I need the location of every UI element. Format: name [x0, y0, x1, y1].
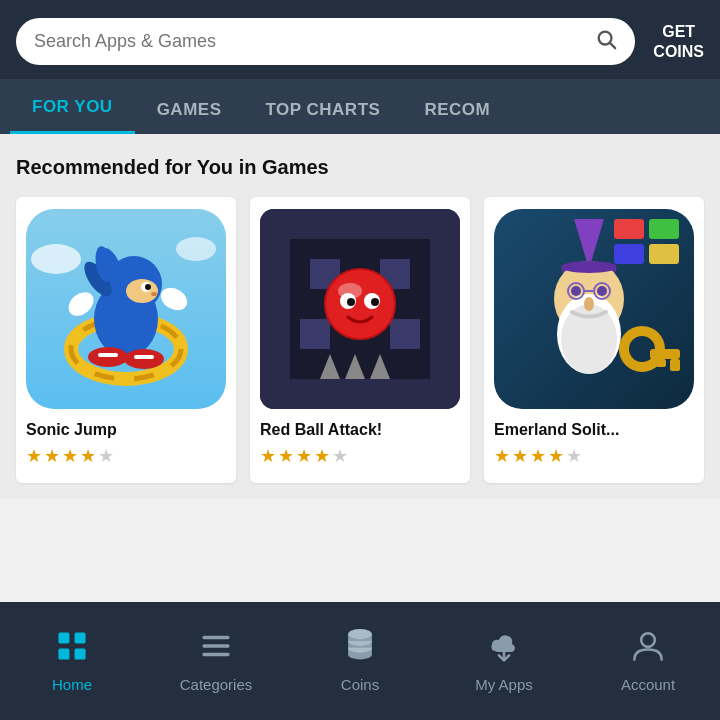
svg-point-4: [176, 237, 216, 261]
svg-rect-66: [75, 649, 86, 660]
bottom-nav-account[interactable]: Account: [576, 602, 720, 720]
star-4: ★: [80, 445, 96, 467]
star-2: ★: [44, 445, 60, 467]
svg-point-76: [348, 629, 372, 639]
svg-rect-31: [390, 319, 420, 349]
search-bar[interactable]: [16, 18, 635, 65]
star-4: ★: [314, 445, 330, 467]
svg-rect-26: [430, 209, 460, 409]
get-coins-button[interactable]: GET COINS: [653, 22, 704, 60]
bottom-nav: Home Categories Coins: [0, 602, 720, 720]
svg-rect-69: [202, 653, 229, 656]
svg-rect-64: [75, 632, 86, 643]
home-icon: [55, 629, 89, 670]
svg-rect-60: [650, 349, 680, 359]
svg-rect-67: [202, 636, 229, 639]
coins-label: Coins: [341, 676, 379, 693]
svg-rect-45: [614, 244, 644, 264]
svg-point-11: [145, 284, 151, 290]
svg-rect-30: [300, 319, 330, 349]
svg-rect-65: [58, 649, 69, 660]
bottom-nav-myapps[interactable]: My Apps: [432, 602, 576, 720]
svg-point-58: [561, 261, 617, 273]
stars-redball: ★ ★ ★ ★ ★: [260, 445, 348, 467]
nav-tabs: FOR YOU GAMES TOP CHARTS RECOM: [0, 79, 720, 134]
account-label: Account: [621, 676, 675, 693]
star-2: ★: [278, 445, 294, 467]
star-5: ★: [98, 445, 114, 467]
myapps-icon: [487, 629, 521, 670]
svg-line-1: [610, 43, 615, 48]
search-icon: [595, 28, 617, 55]
app-icon-emerland: [494, 209, 694, 409]
star-5: ★: [566, 445, 582, 467]
app-name-emerland: Emerland Solit...: [494, 421, 619, 439]
svg-point-40: [347, 298, 355, 306]
svg-point-9: [126, 279, 158, 303]
apps-row: Sonic Jump ★ ★ ★ ★ ★: [16, 197, 704, 483]
star-1: ★: [26, 445, 42, 467]
section-title: Recommended for You in Games: [16, 156, 704, 179]
tab-games[interactable]: GAMES: [135, 82, 244, 134]
star-3: ★: [530, 445, 546, 467]
svg-point-78: [641, 633, 655, 647]
account-icon: [631, 629, 665, 670]
svg-rect-43: [614, 219, 644, 239]
svg-point-3: [31, 244, 81, 274]
svg-point-12: [151, 292, 157, 296]
svg-rect-63: [58, 632, 69, 643]
svg-point-53: [597, 286, 607, 296]
app-name-redball: Red Ball Attack!: [260, 421, 382, 439]
svg-rect-21: [134, 355, 154, 359]
svg-rect-62: [656, 359, 666, 367]
svg-rect-44: [649, 219, 679, 239]
app-card-redball[interactable]: Red Ball Attack! ★ ★ ★ ★ ★: [250, 197, 470, 483]
star-4: ★: [548, 445, 564, 467]
myapps-label: My Apps: [475, 676, 533, 693]
app-name-sonic: Sonic Jump: [26, 421, 117, 439]
star-3: ★: [296, 445, 312, 467]
svg-rect-20: [98, 353, 118, 357]
bottom-nav-home[interactable]: Home: [0, 602, 144, 720]
star-1: ★: [260, 445, 276, 467]
svg-rect-61: [670, 359, 680, 371]
tab-top-charts[interactable]: TOP CHARTS: [243, 82, 402, 134]
svg-point-52: [571, 286, 581, 296]
app-icon-redball: [260, 209, 460, 409]
tab-recom[interactable]: RECOM: [402, 82, 512, 134]
svg-rect-25: [260, 209, 290, 409]
bottom-nav-coins[interactable]: Coins: [288, 602, 432, 720]
star-3: ★: [62, 445, 78, 467]
app-icon-sonic: [26, 209, 226, 409]
svg-point-41: [371, 298, 379, 306]
stars-sonic: ★ ★ ★ ★ ★: [26, 445, 114, 467]
app-card-sonic[interactable]: Sonic Jump ★ ★ ★ ★ ★: [16, 197, 236, 483]
bottom-nav-categories[interactable]: Categories: [144, 602, 288, 720]
coins-icon: [343, 629, 377, 670]
search-input[interactable]: [34, 31, 595, 52]
home-label: Home: [52, 676, 92, 693]
stars-emerland: ★ ★ ★ ★ ★: [494, 445, 582, 467]
tab-for-you[interactable]: FOR YOU: [10, 79, 135, 134]
svg-rect-68: [202, 644, 229, 647]
star-2: ★: [512, 445, 528, 467]
svg-rect-46: [649, 244, 679, 264]
categories-icon: [199, 629, 233, 670]
app-card-emerland[interactable]: Emerland Solit... ★ ★ ★ ★ ★: [484, 197, 704, 483]
header: GET COINS: [0, 0, 720, 79]
categories-label: Categories: [180, 676, 253, 693]
star-5: ★: [332, 445, 348, 467]
svg-point-57: [584, 297, 594, 311]
main-content: Recommended for You in Games: [0, 134, 720, 499]
star-1: ★: [494, 445, 510, 467]
